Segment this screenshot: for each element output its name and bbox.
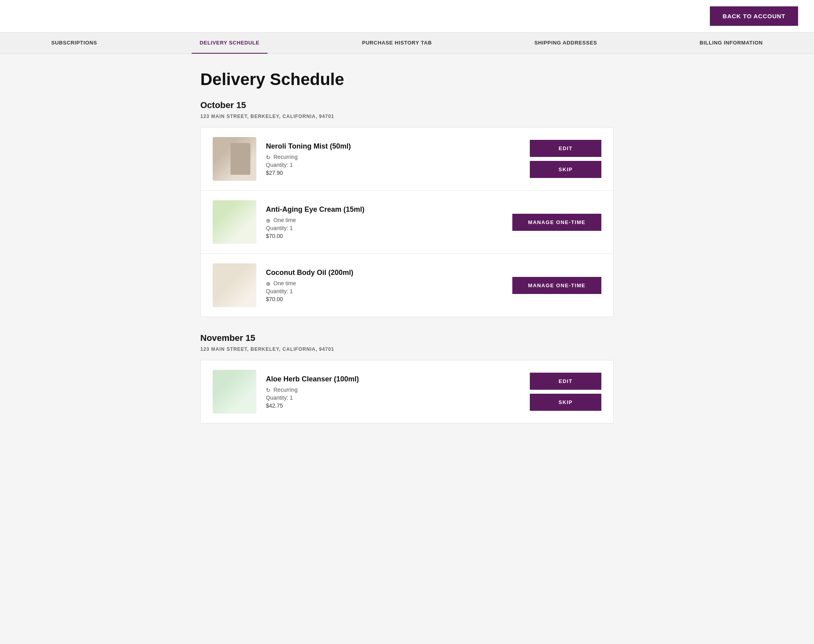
recurring-icon-cleanser: ↻ [266, 387, 271, 393]
product-image-neroli [213, 137, 256, 181]
product-type-bodyoil: ⊕ One time [266, 280, 512, 286]
edit-cleanser-button[interactable]: EDIT [530, 373, 601, 390]
product-info-bodyoil: Coconut Body Oil (200ml) ⊕ One time Quan… [256, 269, 512, 302]
product-row-bodyoil: Coconut Body Oil (200ml) ⊕ One time Quan… [201, 254, 613, 317]
product-info-neroli: Neroli Toning Mist (50ml) ↻ Recurring Qu… [256, 142, 530, 176]
delivery-group-nov15: November 15 123 MAIN STREET, BERKELEY, C… [200, 333, 614, 424]
page-title: Delivery Schedule [200, 70, 614, 89]
manage-onetime-eyecream-button[interactable]: MANAGE ONE-TIME [512, 214, 601, 231]
product-name-neroli: Neroli Toning Mist (50ml) [266, 142, 530, 151]
product-qty-eyecream: Quantity: 1 [266, 225, 512, 231]
edit-neroli-button[interactable]: EDIT [530, 140, 601, 157]
delivery-date-oct15: October 15 [200, 100, 614, 110]
delivery-address-oct15: 123 MAIN STREET, BERKELEY, CALIFORNIA, 9… [200, 114, 614, 119]
top-bar: BACK TO ACCOUNT [0, 0, 814, 33]
product-image-eyecream [213, 200, 256, 244]
onetime-icon-bodyoil: ⊕ [266, 280, 271, 286]
skip-cleanser-button[interactable]: SKIP [530, 394, 601, 411]
delivery-address-nov15: 123 MAIN STREET, BERKELEY, CALIFORNIA, 9… [200, 346, 614, 352]
delivery-date-nov15: November 15 [200, 333, 614, 343]
product-name-eyecream: Anti-Aging Eye Cream (15ml) [266, 205, 512, 214]
product-type-eyecream: ⊕ One time [266, 217, 512, 223]
product-row-neroli: Neroli Toning Mist (50ml) ↻ Recurring Qu… [201, 128, 613, 191]
product-price-neroli: $27.90 [266, 170, 530, 176]
product-qty-bodyoil: Quantity: 1 [266, 288, 512, 294]
product-type-neroli: ↻ Recurring [266, 154, 530, 160]
product-name-bodyoil: Coconut Body Oil (200ml) [266, 269, 512, 277]
recurring-icon: ↻ [266, 154, 271, 160]
product-name-cleanser: Aloe Herb Cleanser (100ml) [266, 375, 530, 383]
nav-item-delivery-schedule[interactable]: DELIVERY SCHEDULE [192, 33, 267, 54]
nav-item-billing-information[interactable]: BILLING INFORMATION [692, 33, 771, 54]
back-to-account-button[interactable]: BACK TO ACCOUNT [710, 6, 798, 26]
product-info-eyecream: Anti-Aging Eye Cream (15ml) ⊕ One time Q… [256, 205, 512, 239]
nav-item-purchase-history[interactable]: PURCHASE HISTORY TAB [354, 33, 440, 54]
product-row-eyecream: Anti-Aging Eye Cream (15ml) ⊕ One time Q… [201, 191, 613, 254]
product-price-bodyoil: $70.00 [266, 296, 512, 302]
product-type-cleanser: ↻ Recurring [266, 387, 530, 393]
product-info-cleanser: Aloe Herb Cleanser (100ml) ↻ Recurring Q… [256, 375, 530, 409]
main-content: Delivery Schedule October 15 123 MAIN ST… [188, 54, 626, 455]
nav-item-subscriptions[interactable]: SUBSCRIPTIONS [43, 33, 105, 54]
delivery-card-nov15: Aloe Herb Cleanser (100ml) ↻ Recurring Q… [200, 360, 614, 424]
product-actions-neroli: EDIT SKIP [530, 140, 601, 178]
nav-item-shipping-addresses[interactable]: SHIPPING ADDRESSES [526, 33, 605, 54]
onetime-icon-eyecream: ⊕ [266, 217, 271, 223]
delivery-card-oct15: Neroli Toning Mist (50ml) ↻ Recurring Qu… [200, 127, 614, 317]
product-actions-eyecream: MANAGE ONE-TIME [512, 214, 601, 231]
product-image-bodyoil [213, 263, 256, 307]
product-image-cleanser [213, 370, 256, 414]
product-actions-bodyoil: MANAGE ONE-TIME [512, 277, 601, 294]
navigation-bar: SUBSCRIPTIONS DELIVERY SCHEDULE PURCHASE… [0, 33, 814, 54]
product-qty-cleanser: Quantity: 1 [266, 395, 530, 401]
skip-neroli-button[interactable]: SKIP [530, 161, 601, 178]
product-price-cleanser: $42.75 [266, 402, 530, 409]
product-row-cleanser: Aloe Herb Cleanser (100ml) ↻ Recurring Q… [201, 360, 613, 423]
manage-onetime-bodyoil-button[interactable]: MANAGE ONE-TIME [512, 277, 601, 294]
product-qty-neroli: Quantity: 1 [266, 162, 530, 168]
product-price-eyecream: $70.00 [266, 233, 512, 239]
product-actions-cleanser: EDIT SKIP [530, 373, 601, 411]
delivery-group-oct15: October 15 123 MAIN STREET, BERKELEY, CA… [200, 100, 614, 317]
